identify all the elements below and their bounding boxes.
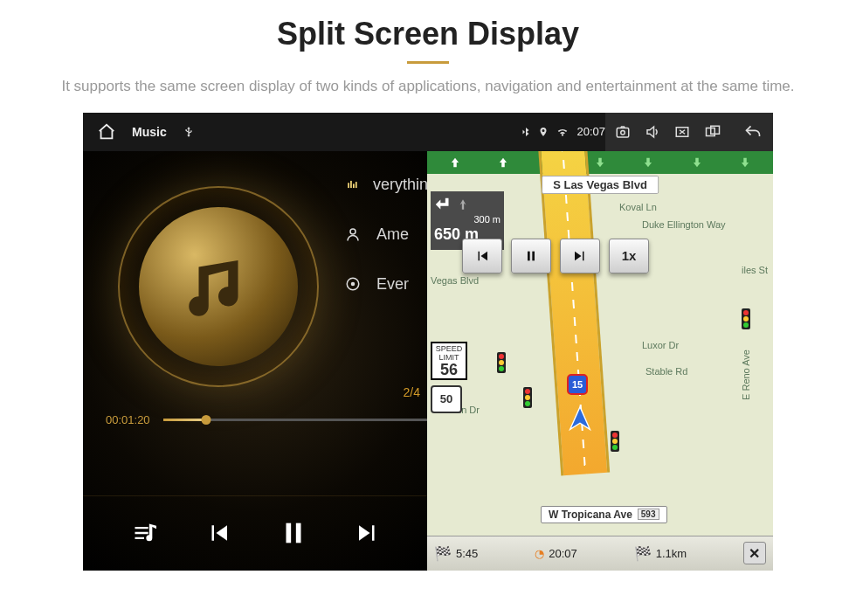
location-icon	[538, 125, 549, 139]
status-bar: Music 20:07	[83, 113, 773, 151]
music-pane: verythin Ame Ever 2/4 00:01:20	[83, 151, 427, 571]
route-shield: 50	[431, 385, 462, 413]
split-container: verythin Ame Ever 2/4 00:01:20	[83, 151, 773, 571]
nav-bottom-bar: 🏁 5:45 ◔ 20:07 🏁 1.1km ✕	[427, 536, 773, 571]
traffic-light-icon	[497, 352, 506, 373]
interstate-shield: 15	[567, 374, 588, 395]
progress-bar[interactable]	[163, 419, 427, 421]
lane-download-icon	[691, 156, 703, 170]
nav-clock: ◔ 20:07	[535, 547, 577, 560]
speed-limit-value: 56	[432, 362, 466, 377]
next-street-sign: W Tropicana Ave 593	[541, 506, 667, 523]
back-icon[interactable]	[742, 123, 764, 141]
next-button[interactable]	[355, 520, 381, 546]
svg-rect-0	[617, 128, 629, 137]
home-icon[interactable]	[97, 122, 116, 142]
album-art	[118, 186, 319, 387]
speed-limit-sign: SPEED LIMIT 56	[431, 342, 467, 380]
remaining-distance: 🏁 1.1km	[634, 545, 687, 562]
lane-download-icon	[739, 156, 751, 170]
svg-rect-8	[356, 182, 357, 188]
traffic-light-icon	[611, 431, 619, 452]
track-row-3[interactable]: Ever	[345, 275, 427, 294]
prev-button[interactable]	[205, 520, 231, 546]
flag-icon: 🏁	[634, 545, 652, 562]
navigation-pane: S Las Vegas Blvd 300 m 650 m	[427, 151, 773, 571]
track-row-1[interactable]: verythin	[345, 176, 427, 194]
artist-icon	[345, 226, 364, 242]
lane-download-icon	[594, 156, 606, 170]
bluetooth-icon	[521, 125, 531, 139]
distance-value: 1.1km	[656, 547, 687, 560]
page-subtitle: It supports the same screen display of t…	[35, 76, 821, 97]
map-label: Stable Rd	[645, 366, 687, 377]
screenshot-icon[interactable]	[614, 124, 632, 140]
svg-point-9	[350, 229, 356, 234]
elapsed-time: 00:01:20	[106, 413, 155, 426]
progress-area: 00:01:20	[106, 413, 427, 426]
vehicle-cursor-icon	[565, 405, 595, 434]
wifi-icon	[556, 126, 570, 138]
track-counter: 2/4	[404, 385, 420, 399]
track-title: verythin	[373, 176, 427, 194]
current-street-sign: S Las Vegas Blvd	[542, 176, 659, 194]
map-label: iles St	[742, 265, 768, 275]
eta-value: 5:45	[456, 547, 478, 560]
map-label: Luxor Dr	[642, 340, 679, 350]
sim-next-button[interactable]	[560, 239, 600, 273]
title-underline	[407, 61, 449, 64]
clock-icon: ◔	[535, 547, 544, 560]
speed-limit-label: SPEED LIMIT	[432, 344, 466, 362]
flag-icon: 🏁	[434, 545, 452, 562]
map-label: Vegas Blvd	[431, 275, 479, 286]
svg-rect-5	[348, 183, 349, 189]
lane-download-icon	[642, 156, 654, 170]
playlist-button[interactable]	[129, 521, 159, 545]
turn-ahead-icon	[457, 196, 469, 213]
music-note-icon	[179, 247, 258, 326]
svg-rect-7	[353, 184, 355, 189]
next-street-name: W Tropicana Ave	[549, 509, 632, 521]
map-label: E Reno Ave	[741, 350, 751, 400]
svg-point-1	[621, 130, 625, 135]
turn-distance-1: 300 m	[434, 214, 500, 225]
track-row-2[interactable]: Ame	[345, 225, 427, 244]
svg-rect-13	[295, 523, 300, 543]
svg-rect-6	[350, 181, 352, 188]
track-title: Ame	[376, 225, 409, 244]
nav-lane-bar	[427, 151, 773, 174]
now-playing-icon	[345, 178, 361, 190]
nav-clock-value: 20:07	[549, 547, 577, 560]
pause-button[interactable]	[279, 516, 308, 550]
eta-time: 🏁 5:45	[434, 545, 478, 562]
page-title: Split Screen Display	[0, 0, 856, 52]
nav-sim-controls: 1x	[462, 239, 649, 273]
status-app-label: Music	[132, 125, 167, 139]
map-label: Koval Ln	[619, 202, 657, 212]
svg-rect-15	[532, 251, 535, 260]
volume-icon[interactable]	[644, 124, 661, 140]
turn-left-icon	[434, 195, 453, 214]
sim-pause-button[interactable]	[511, 239, 551, 273]
sim-prev-button[interactable]	[462, 239, 502, 273]
usb-icon	[183, 124, 195, 140]
device-frame: Music 20:07	[83, 113, 773, 571]
sim-speed-button[interactable]: 1x	[609, 239, 649, 273]
traffic-light-icon	[523, 387, 532, 408]
map-label: Duke Ellington Way	[642, 219, 726, 230]
svg-point-11	[352, 283, 355, 286]
nav-close-button[interactable]: ✕	[743, 542, 766, 564]
track-title: Ever	[376, 275, 409, 294]
album-icon	[345, 276, 364, 292]
lane-arrow-icon	[497, 156, 509, 170]
traffic-light-icon	[742, 308, 750, 329]
close-window-icon[interactable]	[673, 124, 691, 140]
lane-arrow-icon	[449, 156, 461, 170]
exit-number: 593	[638, 509, 659, 520]
split-screen-icon[interactable]	[703, 124, 722, 140]
music-controls	[83, 495, 427, 571]
track-list: verythin Ame Ever	[345, 176, 427, 294]
svg-rect-12	[286, 523, 291, 543]
status-clock: 20:07	[576, 125, 605, 138]
svg-rect-14	[528, 251, 530, 260]
